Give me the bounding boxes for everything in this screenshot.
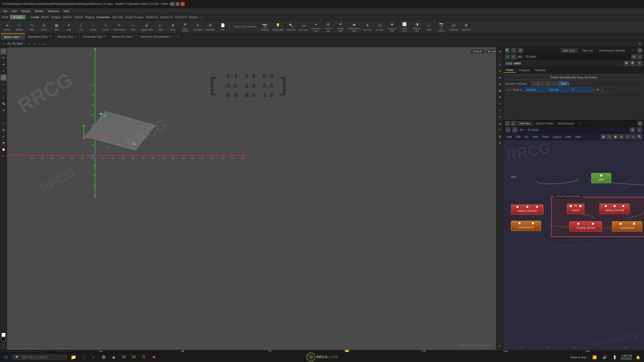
- characters-tab[interactable]: Characters: [96, 16, 110, 19]
- taskbar-chrome[interactable]: ○: [90, 353, 98, 361]
- ne-split-btn[interactable]: +: [637, 127, 642, 132]
- point0-y[interactable]: [547, 87, 570, 92]
- volume-tab[interactable]: Volume: [188, 16, 198, 19]
- guideprocess-tab[interactable]: Guide Process: [125, 16, 143, 19]
- add-panel-btn[interactable]: +: [629, 49, 636, 53]
- vp-info-btn[interactable]: ℹ: [497, 343, 503, 349]
- fwd-btn[interactable]: ▷: [511, 54, 516, 59]
- ne-close-tab[interactable]: ✕: [577, 122, 583, 125]
- tool-torus[interactable]: ◎ Torus: [38, 22, 50, 31]
- tool-undo[interactable]: ↩: [1, 120, 7, 126]
- ne-add-tab[interactable]: +: [584, 122, 589, 125]
- search-icon[interactable]: 🔍: [630, 61, 635, 66]
- tool-edit[interactable]: ⊞: [1, 107, 7, 113]
- add-node-btn[interactable]: +: [1, 42, 7, 46]
- viewport[interactable]: -07 -06 -05 -04 -03 -02 -01 01 02 03 04 …: [7, 47, 503, 350]
- polygon-tab[interactable]: Polygon: [51, 16, 61, 19]
- rigging-tab[interactable]: Rigging: [85, 16, 94, 19]
- tool-grid[interactable]: ▦ Grid: [50, 22, 62, 31]
- asset-browser-tab[interactable]: Asset Browser: [556, 122, 576, 125]
- point-check-btn[interactable]: ✓: [509, 88, 512, 92]
- vp-tool-9[interactable]: ≡: [497, 101, 503, 107]
- taskbar-edge[interactable]: ⬡: [79, 353, 88, 361]
- vp-tool-1[interactable]: ⊕: [497, 48, 503, 54]
- path-obj[interactable]: obj: [517, 55, 523, 58]
- tool-switcher[interactable]: ⊕ Switcher: [460, 22, 472, 31]
- tool-olight[interactable]: ◈ GeometryLight: [386, 21, 398, 32]
- copypoints14-node[interactable]: copypoints14: [612, 221, 642, 232]
- vp-tool-15[interactable]: ⊛: [497, 140, 503, 146]
- tool-drawcurve[interactable]: ✏ Draw Curve: [112, 22, 127, 31]
- creating-arrow0-node[interactable]: Creating_Arrow0: [569, 221, 602, 232]
- win-start-btn[interactable]: ⊞: [2, 353, 10, 361]
- tool-ambientlight[interactable]: ◑ AmbientLight: [411, 21, 423, 32]
- ne-view5[interactable]: ◁: [625, 134, 630, 139]
- tool-camera[interactable]: 📷 Camera: [259, 22, 271, 31]
- tool-select[interactable]: ↖: [1, 48, 7, 54]
- tab-animeditor[interactable]: Animation Editor ✕: [25, 33, 55, 40]
- tool-handles[interactable]: ↕: [1, 114, 7, 120]
- taskbar-search-input[interactable]: [21, 355, 61, 359]
- add-tab-btn[interactable]: +: [175, 34, 181, 40]
- close-btn[interactable]: ✕: [181, 2, 185, 6]
- remove-point-btn[interactable]: -: [552, 81, 557, 86]
- tool-volumelight[interactable]: ◎ VolumeLight: [322, 21, 334, 32]
- ne-view4[interactable]: ⊕: [619, 134, 624, 139]
- tool-spraypaint[interactable]: 🖌 Spray Paint: [140, 22, 154, 31]
- ne-view2[interactable]: ≡: [607, 134, 612, 139]
- tab-compositeview[interactable]: Composite View ✕: [79, 33, 109, 40]
- vp-tool-11[interactable]: ⊕: [497, 114, 503, 120]
- polygons-tab[interactable]: Polygons: [516, 68, 533, 72]
- hairutils-tab[interactable]: Hair Utils: [112, 16, 123, 19]
- tab-animeditor-close[interactable]: ✕: [49, 35, 51, 38]
- tool-circle[interactable]: ○ Circle: [87, 22, 99, 31]
- tool-rotate[interactable]: ↻: [1, 68, 7, 74]
- tool-paint[interactable]: ✏: [1, 87, 7, 94]
- tool-geometrylight[interactable]: ◈ GeometryLight: [310, 21, 322, 32]
- tool-line[interactable]: ╱ Line: [75, 22, 87, 31]
- tab-compositeview-close[interactable]: ✕: [104, 35, 106, 38]
- tool-camera2[interactable]: 🎥 Camera: [448, 22, 460, 31]
- vp-tool-8[interactable]: ⊞: [497, 94, 503, 100]
- tool-file[interactable]: 📄 File: [217, 22, 229, 31]
- tool-curve[interactable]: ∿ Curve: [100, 22, 112, 31]
- tool-xyz[interactable]: xz: [1, 343, 7, 349]
- tab-renderview-close[interactable]: ✕: [74, 35, 76, 38]
- point-x-btn[interactable]: ✕: [506, 88, 508, 91]
- menu-file[interactable]: File: [1, 9, 10, 13]
- material-palette-tab[interactable]: Material Palette: [534, 122, 555, 125]
- tool-vrcamera[interactable]: 📷 VRCamera: [435, 21, 448, 32]
- tool-spotlight[interactable]: 🔦 Spot Light: [285, 22, 297, 31]
- point0-z[interactable]: [571, 87, 593, 92]
- panel-config-btn[interactable]: ⚙: [637, 48, 642, 53]
- gear-icon[interactable]: ⚙: [624, 61, 629, 66]
- vp-tool-13[interactable]: ✦: [497, 127, 503, 133]
- taskbar-settings[interactable]: ⚙: [100, 353, 108, 361]
- tab-geospreadsheet[interactable]: Geometry Spreadsheet ✕: [138, 33, 176, 40]
- terrainfx-tab[interactable]: Terrain FX: [145, 16, 158, 19]
- tool-staticatlases[interactable]: ⊛ StaticAtlases: [179, 21, 191, 32]
- tool-active[interactable]: ↖: [1, 74, 7, 80]
- rh-icon3[interactable]: ⚙: [518, 48, 523, 53]
- tool-eraser[interactable]: ◇: [1, 94, 7, 100]
- particles-tab[interactable]: Particles: [533, 68, 548, 72]
- tab-sceneview-close[interactable]: ✕: [20, 35, 22, 38]
- vp-tool-14[interactable]: ◑: [497, 133, 503, 139]
- tool-sphere[interactable]: ● Sphere: [1, 22, 13, 31]
- color-swatch-black[interactable]: [2, 337, 6, 341]
- tree-view-tab[interactable]: Tree View: [517, 121, 533, 126]
- ne-config-btn[interactable]: ⚙: [637, 121, 642, 126]
- create-tab[interactable]: Create: [31, 16, 39, 19]
- copypoints15-node[interactable]: copypoints15: [511, 221, 541, 231]
- tool-layers[interactable]: ≡: [1, 153, 7, 159]
- tool-clipboard[interactable]: 📋: [1, 146, 7, 152]
- ne-node[interactable]: 3D_Basis: [528, 128, 538, 131]
- nt-go[interactable]: Go: [523, 135, 530, 139]
- vp-tool-6[interactable]: ◈: [497, 81, 503, 87]
- perspective-btn[interactable]: Persp▼: [471, 49, 485, 54]
- taskbar-maya[interactable]: M: [120, 353, 128, 361]
- tool-trash[interactable]: 🗑: [1, 127, 7, 133]
- menu-edit[interactable]: Edit: [10, 9, 19, 13]
- model-tab[interactable]: Model: [41, 16, 49, 19]
- tool-transform[interactable]: ✥: [1, 61, 7, 67]
